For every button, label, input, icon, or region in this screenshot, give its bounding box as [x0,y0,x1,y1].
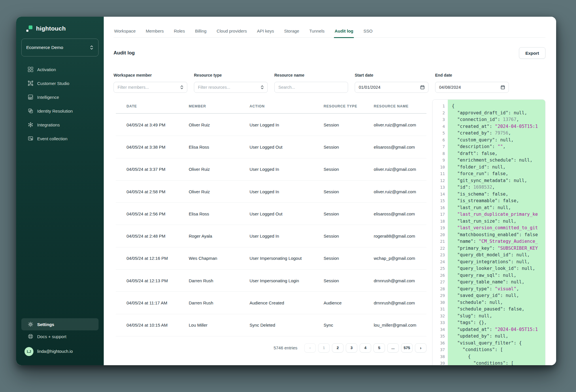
sidebar: hightouch Ecommerce Demo [16,17,104,365]
sidebar-user-account[interactable]: LJ linda@hightouch.io [21,345,99,358]
cell-action: Sync Deleted [250,323,324,327]
cell-resource-name: elisaross@gmail.com [374,211,426,216]
export-button[interactable]: Export [519,47,545,59]
end-date-input[interactable]: 04/08/2024 [435,82,509,93]
resource-type-select[interactable]: Filter resources... [194,82,268,93]
page-button[interactable]: 2 [332,343,343,353]
sidebar-item-settings[interactable]: Settings [21,318,99,330]
page-button[interactable]: 575 [401,343,413,353]
hightouch-logo: hightouch [21,17,99,33]
cell-action: User Logged In [250,189,324,194]
cell-date: 04/05/24 at 3:37 PM [126,167,189,172]
table-row[interactable]: 04/05/24 at 2:58 PM Oliver Ruiz User Log… [116,181,426,203]
sidebar-item-intelligence[interactable]: Intelligence [21,90,99,104]
workspace-member-select[interactable]: Filter members... [114,82,187,93]
table-row[interactable]: 04/05/24 at 11:17 AM Darren Rush Audienc… [116,292,426,314]
sidebar-nav: Activation Customer Studio [21,63,99,145]
cell-date: 04/05/24 at 2:56 PM [126,211,189,216]
sidebar-item-docs-support[interactable]: Docs + support [21,330,99,342]
filter-bar: Workspace member Filter members... Resou… [114,73,545,93]
tab[interactable]: Audit log [334,29,354,38]
cell-resource-type: Session [324,145,374,149]
page-button[interactable]: ... [387,343,399,353]
table-row[interactable]: 04/05/24 at 2:56 PM Elisa Ross User Logg… [116,203,426,225]
tab[interactable]: API keys [256,29,275,37]
tab[interactable]: Storage [284,29,300,37]
page-button[interactable]: 1 [318,343,330,353]
audit-detail-json-panel[interactable]: 1234567891011121314151617181920212223242… [432,99,545,365]
tab[interactable]: Workspace [114,29,136,37]
filter-label: Resource name [274,73,348,77]
calendar-icon [420,85,425,90]
page-button[interactable]: 5 [373,343,385,353]
cell-date: 04/05/24 at 12:16 PM [126,256,189,261]
column-header: RESOURCE TYPE [324,104,374,108]
sidebar-item-label: Customer Studio [37,81,69,86]
cell-action: Audience Created [250,300,324,305]
filter-label: End date [435,73,509,77]
table-row[interactable]: 04/05/24 at 10:15 AM Lou Miller Sync Del… [116,314,426,336]
page-button[interactable]: › [415,343,426,353]
cell-date: 04/05/24 at 3:38 PM [126,145,189,149]
identity-resolution-icon [28,108,33,114]
chevron-updown-icon [180,85,184,90]
cell-action: User Logged In [250,122,324,127]
table-row[interactable]: 04/05/24 at 12:13 PM Darren Rush User Im… [116,270,426,292]
workspace-selector-value: Ecommerce Demo [26,45,63,50]
pagination: 5746 entries ‹12345...575› [116,343,426,353]
page-button[interactable]: 3 [346,343,357,353]
chevron-updown-icon [260,85,264,90]
table-row[interactable]: 04/05/24 at 3:38 PM Elisa Ross User Logg… [116,136,426,158]
cell-resource-type: Session [324,189,374,194]
workspace-selector[interactable]: Ecommerce Demo [21,39,99,56]
column-header: ACTION [250,104,324,108]
tab[interactable]: Cloud providers [216,29,248,37]
sidebar-item-label: Intelligence [37,95,59,100]
cell-resource-type: Session [324,278,374,283]
settings-tabs: WorkspaceMembersRolesBillingCloud provid… [114,17,545,38]
cell-resource-type: Session [324,211,374,216]
integrations-icon [28,122,33,128]
table-row[interactable]: 04/05/24 at 12:16 PM Wes Chapman User Im… [116,247,426,270]
event-collection-icon [28,136,33,141]
filter-workspace-member: Workspace member Filter members... [114,73,187,93]
app-window: hightouch Ecommerce Demo [16,17,556,365]
resource-name-search-input[interactable] [274,82,348,93]
page-header: Audit log Export [114,47,545,59]
audit-log-table: DATEMEMBERACTIONRESOURCE TYPERESOURCE NA… [116,99,426,365]
sidebar-item-label: Integrations [37,122,60,127]
tab[interactable]: Tunnels [309,29,325,37]
cell-member: Oliver Ruiz [189,167,250,172]
table-row[interactable]: 04/05/24 at 2:48 PM Roger Ayala User Log… [116,225,426,247]
cell-resource-name: oliver.ruiz@gmail.com [374,122,426,127]
filter-resource-name: Resource name [274,73,348,93]
table-header: DATEMEMBERACTIONRESOURCE TYPERESOURCE NA… [116,99,426,114]
sidebar-item-customer-studio[interactable]: Customer Studio [21,76,99,90]
cell-resource-type: Session [324,122,374,127]
cell-date: 04/05/24 at 2:48 PM [126,234,189,238]
page-buttons: ‹12345...575› [304,343,426,353]
tab[interactable]: Roles [173,29,185,37]
sidebar-item-identity-resolution[interactable]: Identity Resolution [21,104,99,118]
cell-date: 04/05/24 at 11:17 AM [126,300,189,305]
tab[interactable]: SSO [363,29,373,37]
cell-member: Oliver Ruiz [189,122,250,127]
sidebar-item-integrations[interactable]: Integrations [21,118,99,132]
cell-member: Roger Ayala [189,234,250,238]
start-date-input[interactable]: 01/01/2024 [355,82,428,93]
calendar-icon [501,85,505,90]
tab[interactable]: Billing [194,29,207,37]
cell-resource-type: Sync [324,323,374,327]
tab[interactable]: Members [145,29,165,37]
cell-resource-name: wchap_p@gmail.com [374,256,426,261]
sidebar-item-label: Identity Resolution [37,109,73,113]
sidebar-item-activation[interactable]: Activation [21,63,99,76]
filter-end-date: End date 04/08/2024 [435,73,509,93]
cell-resource-type: Session [324,234,374,238]
page-button[interactable]: 4 [360,343,371,353]
table-row[interactable]: 04/05/24 at 3:49 PM Oliver Ruiz User Log… [116,114,426,136]
table-row[interactable]: 04/05/24 at 3:37 PM Oliver Ruiz User Log… [116,158,426,181]
sidebar-item-event-collection[interactable]: Event collection [21,132,99,145]
page-button[interactable]: ‹ [304,343,316,353]
cell-date: 04/05/24 at 3:49 PM [126,122,189,127]
